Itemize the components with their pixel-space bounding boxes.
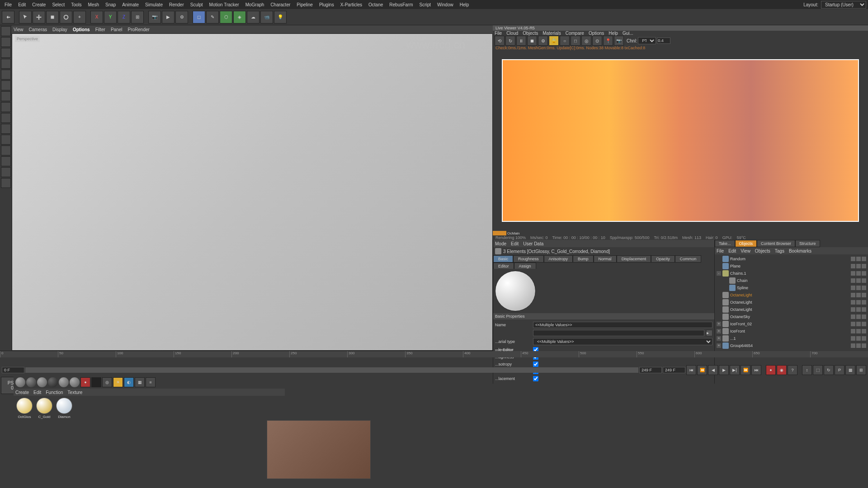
undo-button[interactable] — [2, 11, 14, 23]
lv-region-button[interactable]: □ — [571, 36, 580, 46]
tree-item[interactable]: -Chains.1 — [716, 270, 867, 277]
tree-expand-toggle[interactable]: + — [717, 336, 721, 341]
tab-bump[interactable]: Bump — [573, 255, 594, 263]
om-menu-tags[interactable]: Tags — [775, 249, 784, 253]
workplane-mode[interactable] — [1, 48, 11, 58]
snap-mode[interactable] — [1, 124, 11, 134]
menu-window[interactable]: Window — [434, 1, 456, 8]
object-tag[interactable] — [856, 257, 861, 261]
environment-button[interactable]: ☁ — [247, 11, 259, 23]
viewport-solo[interactable] — [1, 156, 11, 166]
lv-lock-button[interactable]: 🔒 — [549, 36, 559, 46]
tree-expand-toggle[interactable]: - — [717, 271, 721, 276]
render-settings-button[interactable]: ⚙ — [175, 11, 188, 23]
keyframe-help-button[interactable]: ? — [788, 365, 797, 375]
menu-octane[interactable]: Octane — [366, 1, 386, 8]
camera-button[interactable]: 📹 — [260, 11, 273, 23]
uv-point-mode[interactable] — [1, 91, 11, 101]
tree-item[interactable]: OctaneLight — [716, 299, 867, 306]
object-tag[interactable] — [862, 271, 866, 276]
x-axis-button[interactable]: X — [90, 11, 103, 23]
tree-item[interactable]: Spline — [716, 284, 867, 291]
coord-system-button[interactable]: ⊞ — [131, 11, 144, 23]
menu-xparticles[interactable]: X-Particles — [338, 1, 365, 8]
tree-item[interactable]: OctaneSky — [716, 313, 867, 320]
mat-preset-4[interactable] — [48, 377, 58, 387]
key-pla-button[interactable]: ▦ — [845, 365, 855, 375]
vp-menu-prorender[interactable]: ProRender — [127, 27, 149, 32]
om-tab-structure[interactable]: Structure — [795, 240, 820, 247]
object-tag[interactable] — [862, 322, 866, 326]
prop-name-input[interactable] — [533, 322, 712, 328]
tab-opacity[interactable]: Opacity — [651, 255, 675, 263]
object-tag[interactable] — [862, 278, 866, 283]
object-tag[interactable] — [862, 343, 866, 348]
material-grid[interactable]: OctGlosC_GoldDiamon — [14, 396, 285, 488]
om-menu-view[interactable]: View — [741, 249, 750, 253]
tree-item[interactable]: +...1 — [716, 335, 867, 342]
om-tab-content[interactable]: Content Browser — [757, 240, 795, 247]
material-item[interactable]: Diamon — [55, 398, 73, 419]
mat-grid-button[interactable]: ▦ — [135, 377, 145, 387]
next-frame-button[interactable]: ▶| — [730, 365, 740, 375]
axis-mode[interactable] — [1, 113, 11, 123]
om-menu-objects[interactable]: Objects — [755, 249, 770, 253]
vp-menu-options[interactable]: Options — [73, 27, 90, 32]
tree-expand-toggle[interactable]: + — [717, 343, 721, 348]
layout-dropdown[interactable]: Startup (User) — [821, 1, 866, 9]
object-tag[interactable] — [856, 278, 861, 283]
object-tag[interactable] — [851, 271, 855, 276]
object-tag[interactable] — [851, 300, 855, 305]
mat-preset-5[interactable] — [59, 377, 69, 387]
material-item[interactable]: OctGlos — [15, 398, 33, 419]
menu-character[interactable]: Character — [268, 1, 293, 8]
deformer-button[interactable]: ◈ — [233, 11, 246, 23]
goto-start-button[interactable]: ⏮ — [686, 365, 696, 375]
lv-settings-button[interactable]: ⚙ — [538, 36, 548, 46]
tree-item[interactable]: +Group64654 — [716, 342, 867, 349]
object-tag[interactable] — [856, 293, 861, 297]
mat-preset-6[interactable] — [70, 377, 80, 387]
lv-pick-button[interactable]: ⊙ — [592, 36, 602, 46]
key-pos-button[interactable]: ↕ — [802, 365, 812, 375]
menu-mograph[interactable]: MoGraph — [243, 1, 267, 8]
prev-key-button[interactable]: ⏪ — [697, 365, 707, 375]
tab-common[interactable]: Common — [675, 255, 702, 263]
menu-tools[interactable]: Tools — [68, 1, 84, 8]
menu-pipeline[interactable]: Pipeline — [294, 1, 316, 8]
model-mode[interactable] — [1, 26, 11, 36]
object-tag[interactable] — [851, 264, 855, 268]
mat-menu-edit[interactable]: Edit — [33, 390, 41, 395]
next-key-button[interactable]: ⏩ — [741, 365, 750, 375]
render-view-button[interactable]: 📷 — [148, 11, 161, 23]
menu-help[interactable]: Help — [457, 1, 472, 8]
record-button[interactable]: ● — [766, 365, 776, 375]
attr-menu-mode[interactable]: Mode — [495, 241, 506, 246]
soft-selection[interactable] — [1, 135, 11, 145]
tree-item[interactable]: OctaneLight — [716, 306, 867, 313]
om-menu-file[interactable]: File — [717, 249, 724, 253]
mat-menu-texture[interactable]: Texture — [68, 390, 83, 395]
attr-menu-userdata[interactable]: User Data — [523, 241, 543, 246]
tab-displacement[interactable]: Displacement — [617, 255, 651, 263]
material-preview-large[interactable] — [495, 271, 536, 311]
menu-snap[interactable]: Snap — [103, 1, 118, 8]
menu-create[interactable]: Create — [29, 1, 48, 8]
key-rot-button[interactable]: ↻ — [824, 365, 834, 375]
z-axis-button[interactable]: Z — [118, 11, 130, 23]
object-tag[interactable] — [851, 322, 855, 326]
vp-menu-filter[interactable]: Filter — [95, 27, 105, 32]
object-tag[interactable] — [862, 336, 866, 341]
attr-menu-edit[interactable]: Edit — [511, 241, 519, 246]
menu-motiontracker[interactable]: Motion Tracker — [207, 1, 242, 8]
menu-sculpt[interactable]: Sculpt — [188, 1, 206, 8]
lv-menu-compare[interactable]: Compare — [566, 31, 584, 36]
mat-sun-button[interactable]: ☀ — [113, 377, 123, 387]
object-tag[interactable] — [856, 264, 861, 268]
vp-menu-panel[interactable]: Panel — [111, 27, 123, 32]
tree-item[interactable]: Plane — [716, 263, 867, 270]
select-tool[interactable] — [19, 11, 32, 23]
key-scale-button[interactable]: ⬚ — [813, 365, 823, 375]
scale-tool[interactable] — [46, 11, 59, 23]
object-tag[interactable] — [851, 293, 855, 297]
